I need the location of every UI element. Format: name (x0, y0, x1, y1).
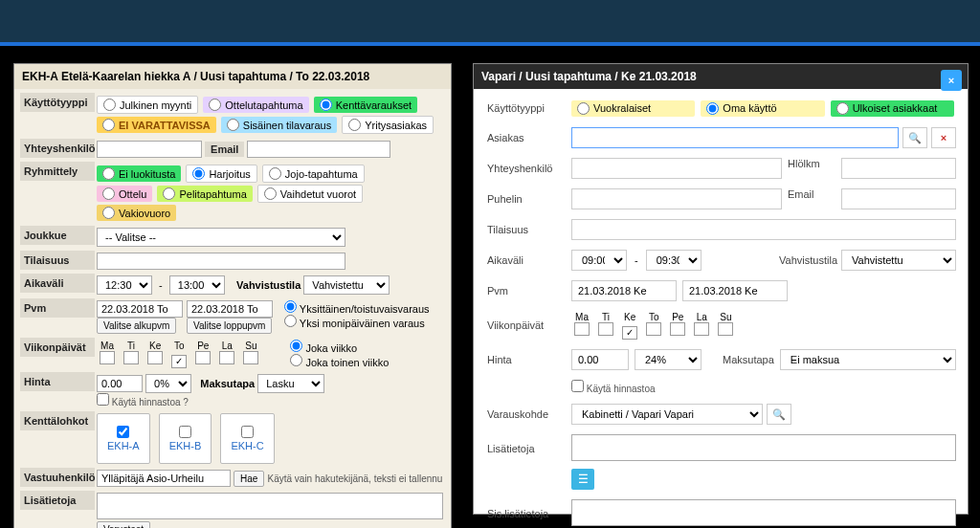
responsible-input[interactable] (97, 470, 231, 487)
label-date: Pvm (483, 279, 569, 302)
date-to[interactable] (682, 280, 788, 301)
close-button[interactable]: × (941, 70, 962, 91)
target-select[interactable]: Kabinetti / Vapari Vapari (571, 404, 763, 425)
clear-icon[interactable]: × (931, 127, 956, 148)
label-email: Email (788, 188, 835, 209)
price-input[interactable] (97, 375, 143, 392)
inner-extra-textarea[interactable] (571, 499, 956, 526)
label-extra-info: Lisätietoja (20, 491, 95, 510)
opt-jojo[interactable]: Jojo-tapahtuma (262, 165, 365, 183)
label-usage-type: Käyttötyyppi (483, 97, 569, 120)
event-input[interactable] (571, 219, 956, 240)
opt-match[interactable]: Ottelu (97, 186, 152, 202)
time-to[interactable]: 13:00 (169, 275, 225, 295)
opt-multiday[interactable]: Yksi monipäiväinen varaus (284, 318, 425, 329)
contact-input[interactable] (571, 158, 782, 179)
contact-input[interactable] (97, 141, 202, 158)
phone-input[interactable] (571, 188, 782, 209)
label-price: Hinta (20, 372, 95, 391)
opt-game-event[interactable]: Pelitapahtuma (157, 186, 252, 202)
opt-tenants[interactable]: Vuokralaiset (571, 100, 695, 117)
btn-pick-end[interactable]: Valitse loppupvm (187, 318, 272, 334)
confirm-select[interactable]: Vahvistettu (303, 275, 390, 295)
label-event: Tilaisuus (20, 251, 95, 270)
btn-search-responsible[interactable]: Hae (234, 471, 264, 487)
label-field-blocks: Kenttälohkot (20, 411, 95, 430)
label-headcount: Hlölkm (788, 158, 835, 179)
confirm-select[interactable]: Vahvistettu (841, 250, 956, 271)
label-usage-type: Käyttötyyppi (20, 93, 95, 112)
opt-not-available[interactable]: EI VARATTAVISSA (97, 117, 216, 133)
date-from[interactable] (97, 300, 183, 318)
label-weekdays: Viikonpäivät (483, 314, 569, 337)
opt-match-event[interactable]: Ottelutapahtuma (203, 97, 308, 113)
label-inner-extra: Sis.lisätietoja (483, 502, 569, 525)
percent-select[interactable]: 24% (635, 349, 702, 370)
event-form-ekh: EKH-A Etelä-Kaarelan hiekka A / Uusi tap… (13, 63, 452, 528)
extra-info-textarea[interactable] (97, 493, 443, 519)
percent-select[interactable]: 0% (145, 374, 191, 393)
label-date: Pvm (20, 298, 95, 318)
label-price[interactable]: Hinta (483, 348, 569, 371)
search-icon[interactable]: 🔍 (767, 404, 791, 425)
payment-select[interactable]: Ei maksua (780, 349, 956, 370)
opt-external[interactable]: Ulkoiset asiakkaat (831, 100, 954, 117)
extra-info-textarea[interactable] (571, 434, 956, 461)
customer-input[interactable] (571, 127, 899, 148)
label-payment: Maksutapa (200, 378, 255, 389)
panel-title: Vapari / Uusi tapahtuma / Ke 21.03.2018 (474, 64, 968, 89)
opt-single-repeat[interactable]: Yksittäinen/toistuvaisvaraus (284, 303, 430, 315)
label-target: Varauskohde (483, 403, 569, 426)
label-weekdays: Viikonpäivät (20, 338, 95, 357)
label-contact: Yhteyshenkilö (20, 139, 95, 158)
email-input[interactable] (247, 141, 390, 158)
panel-title: EKH-A Etelä-Kaarelan hiekka A / Uusi tap… (14, 64, 451, 89)
opt-standard[interactable]: Vakiovuoro (97, 205, 176, 221)
label-interval: Aikaväli (483, 249, 569, 272)
opt-every-week[interactable]: Joka viikko (290, 342, 357, 354)
weekday-picker[interactable]: Ma Ti Ke To Pe La Su (569, 309, 958, 341)
payment-select[interactable]: Lasku (257, 374, 324, 393)
label-contact: Yhteyshenkilö (483, 157, 569, 180)
time-from[interactable]: 09:00 (571, 250, 627, 271)
email-input[interactable] (841, 188, 956, 209)
responsible-note: Käytä vain hakutekijänä, teksti ei talle… (267, 473, 442, 484)
search-icon[interactable]: 🔍 (902, 127, 927, 148)
team-select[interactable]: -- Valitse -- (97, 228, 345, 247)
field-block-a[interactable]: EKH-A (97, 413, 150, 464)
label-phone: Puhelin (483, 187, 569, 210)
opt-internal[interactable]: Sisäinen tilavaraus (221, 117, 337, 133)
opt-business[interactable]: Yritysasiakas (342, 116, 434, 134)
label-responsible: Vastuuhenkilö (20, 468, 95, 487)
weekday-picker[interactable]: Ma Ti Ke To Pe La Su (97, 340, 261, 368)
label-grouping: Ryhmittely (20, 162, 95, 181)
label-event: Tilaisuus (483, 218, 569, 241)
time-to[interactable]: 09:30 (646, 250, 702, 271)
date-from[interactable] (571, 280, 677, 301)
opt-shifted[interactable]: Vaihdetut vuorot (257, 185, 363, 203)
opt-every-other[interactable]: Joka toinen viikko (290, 357, 389, 368)
label-interval: Aikaväli (20, 274, 95, 293)
label-email: Email (205, 142, 244, 157)
opt-no-class[interactable]: Ei luokitusta (97, 165, 181, 182)
price-input[interactable] (571, 349, 629, 370)
label-confirm-state: Vahvistustila (236, 279, 301, 291)
chk-use-pricelist[interactable]: Käytä hinnastoa (571, 384, 656, 394)
opt-field-bookings[interactable]: Kenttävaraukset (314, 97, 418, 113)
date-to[interactable] (187, 300, 273, 318)
opt-training[interactable]: Harjoitus (186, 165, 256, 183)
field-block-b[interactable]: EKH-B (159, 413, 212, 464)
event-input[interactable] (97, 253, 345, 270)
label-payment: Maksutapa (723, 354, 774, 365)
btn-pick-start[interactable]: Valitse alkupvm (97, 318, 176, 334)
opt-own-use[interactable]: Oma käyttö (701, 100, 824, 117)
label-confirm-state: Vahvistustila (779, 254, 837, 266)
opt-public-sale[interactable]: Julkinen myynti (97, 96, 198, 114)
headcount-input[interactable] (841, 158, 956, 179)
time-from[interactable]: 12:30 (97, 275, 152, 295)
label-customer: Asiakas (483, 126, 569, 149)
btn-equipment[interactable]: Varusteet (97, 521, 150, 528)
field-block-c[interactable]: EKH-C (220, 413, 274, 464)
list-icon[interactable]: ☰ (571, 469, 594, 490)
chk-use-pricelist[interactable]: Käytä hinnastoa ? (97, 397, 189, 407)
